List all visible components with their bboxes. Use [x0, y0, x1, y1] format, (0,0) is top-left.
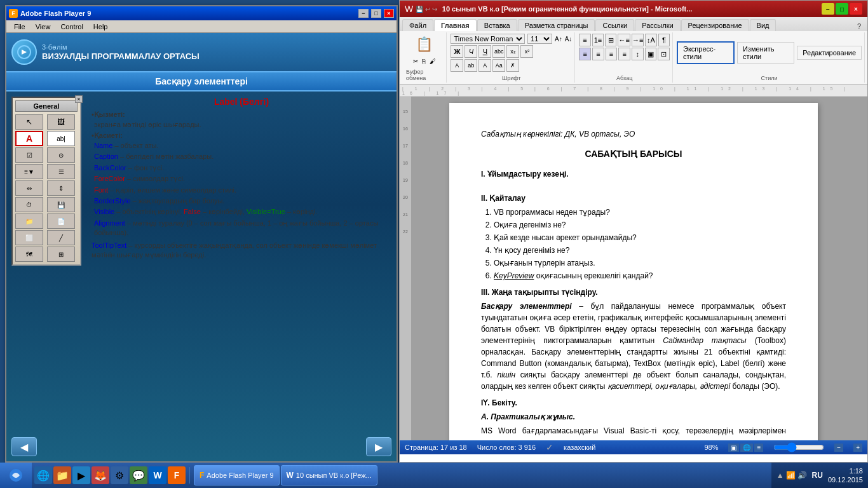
toolbox-label-tool[interactable]: A — [15, 131, 43, 146]
tab-mailings[interactable]: Рассылки — [635, 19, 680, 31]
toolbox-pointer-tool[interactable]: ↖ — [15, 114, 43, 130]
zoom-plus-btn[interactable]: + — [853, 444, 862, 452]
toolbox-data-tool[interactable]: ⊞ — [47, 247, 75, 262]
style-normal[interactable]: Экспресс-стили — [677, 41, 735, 64]
cut-btn[interactable]: ✂ — [412, 57, 419, 66]
taskbar-language[interactable]: RU — [812, 471, 823, 480]
flash-menu-control[interactable]: Control — [55, 22, 88, 32]
quicklaunch-ie[interactable]: 🌐 — [34, 466, 52, 484]
toolbox-option-tool[interactable]: ⊙ — [47, 147, 75, 163]
quicklaunch-extra[interactable]: ⚙ — [111, 466, 128, 484]
flash-close-button[interactable]: × — [384, 9, 394, 18]
quicklaunch-media[interactable]: ▶ — [72, 466, 90, 484]
justify-btn[interactable]: ≡ — [618, 48, 630, 60]
bold-btn[interactable]: Ж — [451, 45, 463, 58]
view-web-btn[interactable]: 🌐 — [740, 444, 753, 452]
view-print-btn[interactable]: ▣ — [728, 444, 739, 452]
text-effects-btn[interactable]: A — [451, 59, 463, 72]
prev-arrow-btn[interactable]: ◀ — [11, 437, 37, 456]
toolbox-timer-tool[interactable]: ⏱ — [15, 197, 43, 212]
shading-btn[interactable]: ▣ — [645, 48, 657, 60]
toolbox-list-tool[interactable]: ☰ — [47, 164, 75, 179]
border-btn[interactable]: ⊡ — [658, 48, 670, 60]
quicklaunch-flash[interactable]: F — [168, 466, 186, 484]
question-4: Үн қосу дегеніміз не? — [494, 245, 786, 256]
start-button[interactable] — [0, 463, 32, 488]
tab-home[interactable]: Главная — [434, 19, 477, 31]
toolbox-close-btn[interactable]: × — [75, 95, 83, 103]
increase-indent-btn[interactable]: →≡ — [632, 34, 644, 46]
toolbox-hscroll-tool[interactable]: ⇔ — [15, 180, 43, 196]
quicklaunch-folder[interactable]: 📁 — [53, 466, 71, 484]
sort-btn[interactable]: ↕A — [645, 34, 656, 46]
flash-min-button[interactable]: − — [358, 9, 369, 18]
shrink-font-btn[interactable]: A↓ — [565, 36, 573, 43]
font-name-select[interactable]: Times New Roman — [451, 34, 525, 44]
toolbox-combo-tool[interactable]: ≡▼ — [15, 164, 43, 179]
view-outline-btn[interactable]: ≡ — [754, 444, 763, 452]
grow-text-btn[interactable]: Aa — [492, 59, 505, 72]
word-maximize-btn[interactable]: □ — [836, 3, 848, 15]
paste-btn[interactable]: 📋 — [413, 34, 435, 55]
quicklaunch-word[interactable]: W — [149, 466, 166, 484]
font-color-btn[interactable]: A — [478, 59, 491, 72]
zoom-slider[interactable] — [773, 442, 824, 452]
underline-btn[interactable]: Ч — [478, 45, 491, 58]
decrease-indent-btn[interactable]: ←≡ — [618, 34, 630, 46]
word-help-btn[interactable]: ? — [853, 21, 865, 31]
strikethrough-btn[interactable]: abc — [492, 45, 505, 58]
flash-menu-view[interactable]: View — [31, 22, 56, 32]
highlight-btn[interactable]: ab — [465, 59, 477, 72]
prop-name-item: Name – объект аты. — [92, 141, 391, 151]
next-arrow-btn[interactable]: ▶ — [366, 437, 391, 456]
toolbox-vscroll-tool[interactable]: ⇕ — [47, 180, 75, 196]
style-edit[interactable]: Редактирование — [797, 46, 862, 60]
zoom-minus-btn[interactable]: − — [834, 444, 843, 452]
toolbox-dir-tool[interactable]: 📁 — [15, 214, 43, 229]
word-close-btn[interactable]: × — [850, 3, 862, 15]
font-size-select[interactable]: 11 — [527, 34, 552, 44]
systray-arrows[interactable]: ▲ — [776, 471, 784, 480]
tab-insert[interactable]: Вставка — [477, 19, 517, 31]
word-document-area[interactable]: 1516171819202122 Сабақтың көрнекілігі: Д… — [400, 97, 867, 440]
format-painter-btn[interactable]: 🖌 — [428, 57, 437, 66]
systray-volume[interactable]: 🔊 — [797, 471, 807, 480]
quicklaunch-firefox[interactable]: 🦊 — [92, 466, 109, 484]
line-spacing-btn[interactable]: ↕ — [632, 48, 644, 60]
tab-view[interactable]: Вид — [750, 19, 776, 31]
grow-font-btn[interactable]: A↑ — [555, 36, 562, 43]
copy-btn[interactable]: ⎘ — [421, 57, 427, 66]
tab-references[interactable]: Ссылки — [595, 19, 634, 31]
word-minimize-btn[interactable]: − — [822, 3, 834, 15]
tab-page-layout[interactable]: Разметка страницы — [518, 19, 595, 31]
toolbox-image-tool[interactable]: 🖼 — [47, 114, 75, 130]
taskbar-word-btn[interactable]: W 10 сынып VB к.о [Реж... — [281, 465, 377, 485]
prop-visible-label: Visible — [94, 208, 114, 215]
align-right-btn[interactable]: ≡ — [606, 48, 618, 60]
toolbox-checkbox-tool[interactable]: ☑ — [15, 147, 43, 163]
align-left-btn[interactable]: ≡ — [579, 48, 591, 60]
show-marks-btn[interactable]: ¶ — [658, 34, 670, 46]
italic-btn[interactable]: Ч — [465, 45, 477, 58]
tab-review[interactable]: Рецензирование — [681, 19, 749, 31]
toolbox-shape-tool[interactable]: ⬜ — [15, 230, 43, 245]
toolbox-drive-tool[interactable]: 💾 — [47, 197, 75, 212]
toolbox-file-tool[interactable]: 📄 — [47, 214, 75, 229]
style-change[interactable]: Изменить стили — [737, 42, 794, 64]
flash-menu-file[interactable]: File — [9, 22, 31, 32]
bullet-list-btn[interactable]: ≡ — [579, 34, 590, 46]
num-list-btn[interactable]: 1≡ — [592, 34, 604, 46]
align-center-btn[interactable]: ≡ — [592, 48, 604, 60]
flash-menu-help[interactable]: Help — [88, 22, 113, 32]
quicklaunch-extra2[interactable]: 💬 — [130, 466, 147, 484]
subscript-btn[interactable]: x₂ — [506, 45, 519, 58]
flash-max-button[interactable]: □ — [371, 9, 381, 18]
clear-format-btn[interactable]: ✗ — [506, 59, 519, 72]
toolbox-img-tool[interactable]: 🗺 — [15, 247, 43, 262]
toolbox-textbox-tool[interactable]: ab| — [47, 131, 75, 146]
tab-file[interactable]: Файл — [402, 19, 433, 31]
taskbar-flash-btn[interactable]: F Adobe Flash Player 9 — [194, 465, 280, 485]
superscript-btn[interactable]: x² — [520, 45, 533, 58]
toolbox-line-tool[interactable]: ╱ — [47, 230, 75, 245]
multilevel-btn[interactable]: ⊞ — [605, 34, 616, 46]
